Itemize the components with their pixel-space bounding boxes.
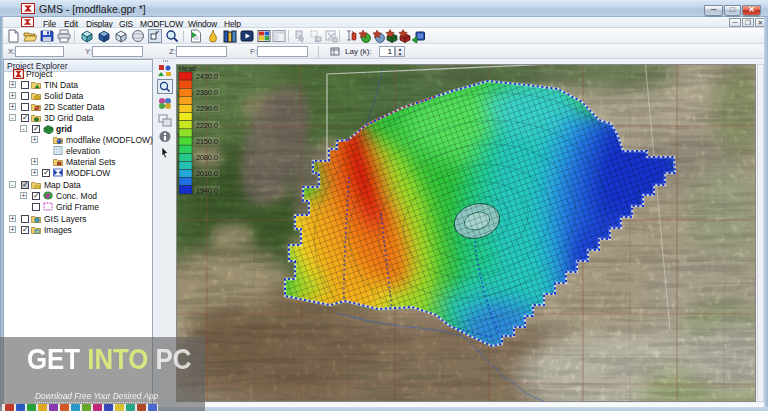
- svg-text:2080.0: 2080.0: [196, 153, 218, 162]
- svg-text:2150.0: 2150.0: [196, 137, 218, 146]
- svg-text:2220.0: 2220.0: [196, 121, 218, 130]
- svg-text:Head: Head: [179, 65, 196, 72]
- svg-text:2290.0: 2290.0: [196, 104, 218, 113]
- svg-text:2360.0: 2360.0: [196, 88, 218, 97]
- svg-text:2430.0: 2430.0: [196, 72, 218, 81]
- svg-text:1940.0: 1940.0: [196, 186, 218, 195]
- svg-text:2010.0: 2010.0: [196, 169, 218, 178]
